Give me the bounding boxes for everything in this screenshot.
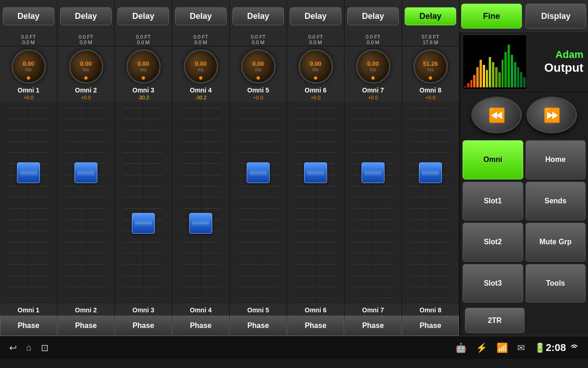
phase-button-4[interactable]: Phase	[172, 316, 229, 336]
phase-button-2[interactable]: Phase	[57, 316, 114, 336]
phase-button-5[interactable]: Phase	[230, 316, 287, 336]
nav-button-home[interactable]: Home	[526, 140, 586, 179]
fader-handle-3[interactable]	[132, 213, 155, 234]
usb-icon: ⚡	[476, 342, 487, 353]
delay-button-8[interactable]: Delay	[405, 7, 456, 25]
fader-handle-1[interactable]	[17, 162, 40, 183]
fader-handle-8[interactable]	[419, 162, 442, 183]
phase-button-1[interactable]: Phase	[0, 316, 57, 336]
channel-name-top-3: Omni 3	[132, 86, 154, 95]
fader-area-1[interactable]	[0, 102, 57, 304]
fader-area-3[interactable]	[115, 102, 172, 304]
android-icon: 🤖	[455, 342, 467, 353]
channel-name-bottom-6: Omni 6	[287, 304, 344, 316]
back-icon[interactable]: ↩	[9, 342, 17, 353]
fader-handle-5[interactable]	[247, 162, 270, 183]
fader-area-5[interactable]	[230, 102, 287, 304]
delay-button-3[interactable]: Delay	[118, 7, 169, 25]
nav-button-tools[interactable]: Tools	[526, 264, 586, 303]
distance-display-8: 57.8 FT17.6 M	[402, 32, 459, 46]
nav-button-mute-grp[interactable]: Mute Grp	[526, 223, 586, 262]
fader-handle-6[interactable]	[304, 162, 327, 183]
right-top-buttons: Fine Display	[459, 0, 588, 32]
output-label: Output	[544, 61, 583, 75]
display-button[interactable]: Display	[526, 4, 586, 29]
nav-row-1: Slot1Sends	[463, 182, 586, 221]
channel-level-top-2: +0.0	[81, 95, 91, 102]
vu-bar	[492, 62, 494, 87]
channel-name-top-6: Omni 6	[305, 86, 326, 95]
nav-row-2: Slot2Mute Grp	[463, 223, 586, 262]
vu-bar	[517, 67, 520, 87]
channel-name-bottom-1: Omni 1	[0, 304, 57, 316]
channel-top-2: Delay	[57, 0, 115, 32]
knob-8[interactable]: 51.26ms	[413, 49, 448, 84]
vu-bar	[508, 45, 510, 88]
nav-button-slot3[interactable]: Slot3	[463, 264, 523, 303]
knob-1[interactable]: 0.00ms	[11, 49, 46, 84]
channels-top-bar: DelayDelayDelayDelayDelayDelayDelayDelay	[0, 0, 459, 32]
channel-1: 0.0 FT0.0 M0.00msOmni 1+0.0Omni 1Phase	[0, 32, 57, 336]
knob-container-2: 0.00ms	[57, 46, 114, 86]
delay-button-7[interactable]: Delay	[347, 7, 399, 25]
phase-button-6[interactable]: Phase	[287, 316, 344, 336]
vu-bar	[498, 72, 501, 87]
knob-4[interactable]: 0.00ms	[184, 49, 218, 84]
nav-button-sends[interactable]: Sends	[526, 182, 586, 221]
fader-handle-4[interactable]	[189, 213, 212, 234]
recents-icon[interactable]: ⊡	[41, 342, 49, 353]
fader-area-7[interactable]	[345, 102, 401, 304]
fader-area-4[interactable]	[172, 102, 229, 304]
fader-area-8[interactable]	[402, 102, 459, 304]
distance-display-4: 0.0 FT0.0 M	[172, 32, 229, 46]
vu-bar	[483, 65, 485, 88]
phase-button-3[interactable]: Phase	[115, 316, 172, 336]
knob-7[interactable]: 0.00ms	[356, 49, 390, 84]
delay-button-2[interactable]: Delay	[60, 7, 112, 25]
knob-container-3: 0.00ms	[115, 46, 172, 86]
nav-button-slot2[interactable]: Slot2	[463, 223, 523, 262]
channel-name-bottom-2: Omni 2	[57, 304, 114, 316]
delay-button-6[interactable]: Delay	[290, 7, 341, 25]
channel-top-3: Delay	[115, 0, 172, 32]
knob-6[interactable]: 0.00ms	[299, 49, 333, 84]
channel-name-top-4: Omni 4	[190, 86, 211, 95]
right-nav: OmniHomeSlot1SendsSlot2Mute GrpSlot3Tool…	[460, 138, 588, 305]
vu-bar	[467, 83, 469, 87]
channel-name-top-7: Omni 7	[362, 86, 384, 95]
vu-bar	[495, 67, 498, 87]
fine-button[interactable]: Fine	[461, 4, 522, 29]
knob-5[interactable]: 0.00ms	[241, 49, 276, 84]
nav-button-slot1[interactable]: Slot1	[463, 182, 523, 221]
main-container: DelayDelayDelayDelayDelayDelayDelayDelay…	[0, 0, 588, 336]
nav-row-0: OmniHome	[463, 140, 586, 179]
vu-user-row: Adam Output	[460, 32, 588, 92]
distance-display-5: 0.0 FT0.0 M	[230, 32, 287, 46]
phase-button-7[interactable]: Phase	[345, 316, 401, 336]
delay-button-1[interactable]: Delay	[3, 7, 54, 25]
2tr-button[interactable]: 2TR	[465, 308, 525, 333]
vu-bar	[476, 67, 479, 87]
fader-area-2[interactable]	[57, 102, 114, 304]
channel-name-top-1: Omni 1	[17, 86, 39, 95]
nav-row-3: Slot3Tools	[463, 264, 586, 303]
transport-area: ⏪ ⏩	[460, 92, 588, 138]
forward-button[interactable]: ⏩	[526, 97, 577, 133]
channel-top-7: Delay	[345, 0, 402, 32]
fader-area-6[interactable]	[287, 102, 344, 304]
channel-7: 0.0 FT0.0 M0.00msOmni 7+0.0Omni 7Phase	[345, 32, 402, 336]
wifi-icon	[570, 342, 579, 351]
fader-handle-2[interactable]	[74, 162, 97, 183]
knob-container-1: 0.00ms	[0, 46, 57, 86]
nav-button-omni[interactable]: Omni	[463, 140, 523, 179]
rewind-button[interactable]: ⏪	[471, 97, 522, 133]
channel-top-1: Delay	[0, 0, 57, 32]
knob-2[interactable]: 0.00ms	[69, 49, 103, 84]
fader-handle-7[interactable]	[362, 162, 384, 183]
delay-button-5[interactable]: Delay	[232, 7, 284, 25]
delay-button-4[interactable]: Delay	[175, 7, 226, 25]
home-icon[interactable]: ⌂	[26, 342, 32, 353]
knob-3[interactable]: 0.00ms	[126, 49, 161, 84]
vu-bar	[511, 55, 513, 88]
phase-button-8[interactable]: Phase	[402, 316, 459, 336]
